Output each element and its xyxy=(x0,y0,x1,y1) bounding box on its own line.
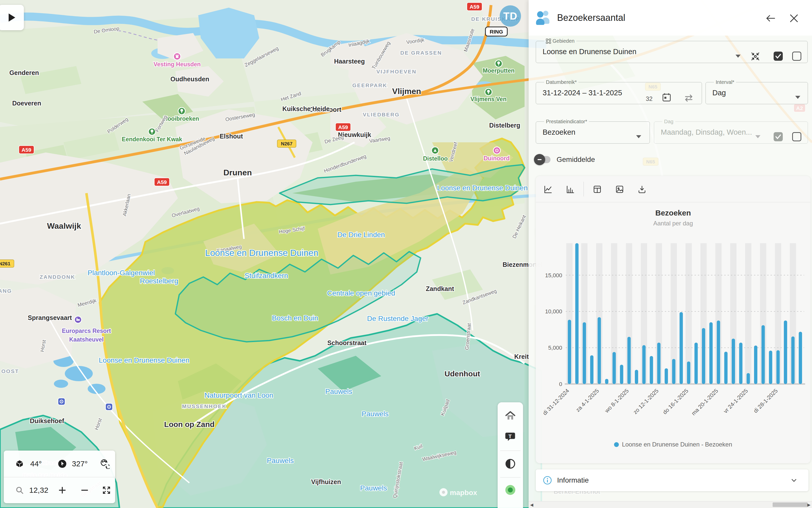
prestatieindicator-value[interactable]: Bezoeken xyxy=(543,128,650,136)
map-label: DE GRASSEN xyxy=(400,50,442,56)
gebieden-field[interactable]: Gebieden Loonse en Drunense Duinen xyxy=(536,38,808,63)
map-label: MUSSENHOEK xyxy=(182,403,227,409)
interval-dropdown-caret[interactable] xyxy=(795,96,800,99)
bar[interactable] xyxy=(583,322,586,384)
bar[interactable] xyxy=(717,321,720,384)
gebieden-value[interactable]: Loonse en Drunense Duinen xyxy=(543,47,807,56)
tree-poi-icon[interactable] xyxy=(495,60,502,67)
bar[interactable] xyxy=(799,332,802,384)
bar[interactable] xyxy=(709,322,713,384)
gebieden-dropdown-caret[interactable] xyxy=(735,55,740,58)
bar[interactable] xyxy=(628,337,631,384)
center-on-area-icon[interactable] xyxy=(750,51,761,63)
bar[interactable] xyxy=(761,325,765,384)
bar[interactable] xyxy=(672,359,676,384)
bar[interactable] xyxy=(620,365,623,384)
bar[interactable] xyxy=(754,346,757,384)
tree-poi-icon[interactable] xyxy=(178,108,185,115)
interval-field[interactable]: Interval* Dag xyxy=(706,79,808,104)
scrollbar-thumb[interactable] xyxy=(773,502,808,507)
ring-poi-icon[interactable] xyxy=(493,147,501,154)
map-side-toolbar: T xyxy=(498,402,523,508)
x-tick-label: vr 24-1-2025 xyxy=(722,387,749,415)
chart-legend[interactable]: Loonse en Drunense Duinen - Bezoeken xyxy=(536,441,810,448)
x-tick-label: di 28-1-2025 xyxy=(752,387,779,414)
calendar-icon[interactable] xyxy=(661,92,672,103)
bar[interactable] xyxy=(598,317,601,384)
contrast-icon[interactable] xyxy=(503,456,518,471)
bar[interactable] xyxy=(694,343,698,384)
bar[interactable] xyxy=(568,320,571,384)
home-icon[interactable] xyxy=(503,408,518,423)
bar[interactable] xyxy=(575,243,579,384)
map-label: Duinoord xyxy=(484,155,510,162)
bar[interactable] xyxy=(590,355,593,384)
chevron-down-icon xyxy=(789,476,798,484)
back-button[interactable] xyxy=(765,13,776,24)
bar[interactable] xyxy=(642,345,645,384)
bar[interactable] xyxy=(612,352,616,384)
bar[interactable] xyxy=(657,343,660,384)
status-dot-icon[interactable] xyxy=(503,482,518,498)
camp-poi-icon[interactable] xyxy=(432,147,439,154)
bar[interactable] xyxy=(687,362,690,384)
gemiddelde-toggle[interactable] xyxy=(536,156,551,163)
bar-chart[interactable]: 05,00010,00015,000di 31-12-2024za 4-1-20… xyxy=(536,176,810,463)
text-comment-icon[interactable]: T xyxy=(503,429,518,444)
zoom-out-button[interactable] xyxy=(77,482,92,498)
toggle-thumb[interactable] xyxy=(534,154,545,165)
scroll-right-arrow[interactable]: ▶ xyxy=(807,502,810,507)
bar[interactable] xyxy=(732,339,735,384)
bar[interactable] xyxy=(650,356,653,384)
map-label: ANG xyxy=(0,288,12,294)
zoom-in-button[interactable] xyxy=(55,482,70,498)
stripe xyxy=(745,243,752,384)
avatar[interactable]: TD xyxy=(500,5,521,27)
bar[interactable] xyxy=(769,351,772,384)
bed-poi-icon[interactable] xyxy=(75,316,82,323)
bar[interactable] xyxy=(605,379,608,384)
prestatieindicator-field[interactable]: Prestatieindicator* Bezoeken xyxy=(536,119,650,143)
area-compare-checkbox[interactable] xyxy=(792,52,801,61)
castle-poi-icon[interactable] xyxy=(174,53,181,60)
bar[interactable] xyxy=(724,352,728,384)
interval-label: Interval* xyxy=(716,79,734,85)
attr-poi-icon[interactable] xyxy=(58,398,65,405)
horizontal-scrollbar[interactable]: ◀ ▶ xyxy=(529,501,812,508)
close-button[interactable] xyxy=(788,13,800,24)
bar[interactable] xyxy=(680,312,683,384)
pitch-3d-icon[interactable] xyxy=(12,456,27,471)
bar[interactable] xyxy=(784,321,787,384)
style-reset-icon[interactable] xyxy=(97,456,112,471)
datumbereik-value[interactable]: 31-12-2024 – 31-1-2025 xyxy=(543,89,702,97)
map-label: OOST xyxy=(1,368,19,374)
datumbereik-field[interactable]: Datumbereik* 31-12-2024 – 31-1-2025 32 xyxy=(536,79,702,104)
bar[interactable] xyxy=(747,373,750,384)
y-tick-label: 5,000 xyxy=(548,345,562,351)
swap-dates-icon[interactable] xyxy=(683,93,694,104)
scroll-left-arrow[interactable]: ◀ xyxy=(530,502,533,507)
compass-icon[interactable] xyxy=(55,456,70,471)
bar[interactable] xyxy=(792,336,795,384)
panel-header: Bezoekersaantal xyxy=(529,0,812,36)
informatie-accordion[interactable]: Informatie xyxy=(536,469,808,491)
fullscreen-icon[interactable] xyxy=(99,482,114,498)
bar[interactable] xyxy=(739,343,742,384)
y-tick-label: 15,000 xyxy=(545,272,562,279)
bar[interactable] xyxy=(635,370,638,384)
area-visible-checkbox[interactable] xyxy=(774,52,783,61)
dag-checkbox-checked xyxy=(774,132,783,141)
map-label: Stuifzandkern xyxy=(245,272,288,280)
interval-value[interactable]: Dag xyxy=(712,89,808,97)
bar[interactable] xyxy=(702,328,705,384)
prestatieindicator-dropdown-caret[interactable] xyxy=(636,135,641,138)
pitch-value: 44° xyxy=(30,460,42,468)
bar[interactable] xyxy=(665,369,668,384)
dag-checkbox-empty[interactable] xyxy=(792,132,801,141)
map-label: Bosch en Duin xyxy=(272,314,318,322)
map-label: Udenhout xyxy=(444,370,480,378)
expand-sidebar-button[interactable] xyxy=(0,5,24,30)
tree-poi-icon[interactable] xyxy=(485,88,492,95)
bar[interactable] xyxy=(776,350,780,384)
attr-poi-icon[interactable] xyxy=(105,403,113,411)
